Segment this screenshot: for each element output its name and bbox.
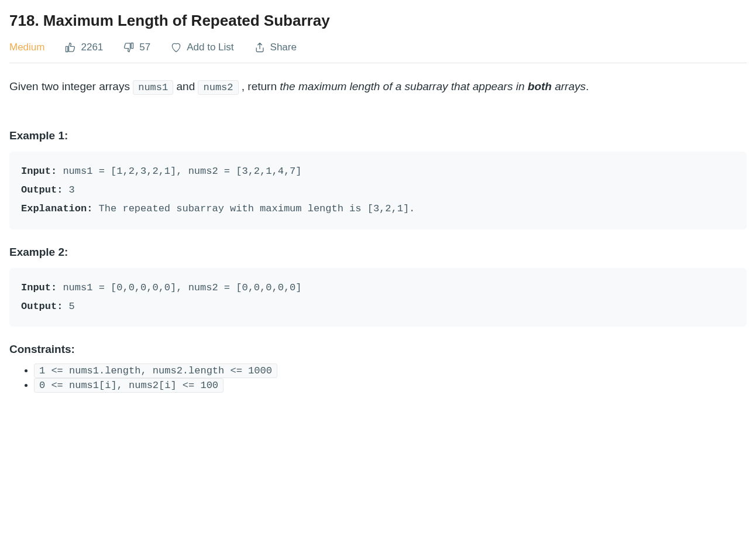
inline-code-nums2: nums2 xyxy=(198,80,238,95)
example1-block: Input: nums1 = [1,2,3,2,1], nums2 = [3,2… xyxy=(9,152,747,229)
share-button[interactable]: Share xyxy=(254,42,297,53)
example-input: nums1 = [0,0,0,0,0], nums2 = [0,0,0,0,0] xyxy=(57,282,301,293)
problem-description: Given two integer arrays nums1 and nums2… xyxy=(9,77,747,97)
example1-heading: Example 1: xyxy=(9,129,747,142)
example-label: Explanation: xyxy=(21,203,92,214)
example-label: Output: xyxy=(21,301,63,312)
list-item: 1 <= nums1.length, nums2.length <= 1000 xyxy=(34,365,747,376)
example-output: 3 xyxy=(63,184,74,195)
desc-text: . xyxy=(586,80,589,92)
share-icon xyxy=(254,42,266,53)
desc-italic: arrays xyxy=(552,80,586,92)
add-to-list-label: Add to List xyxy=(187,42,233,53)
thumbs-up-icon xyxy=(64,42,76,53)
example-label: Input: xyxy=(21,282,57,293)
desc-bold: both xyxy=(528,80,552,92)
desc-text: , return xyxy=(242,80,280,92)
thumbs-down-icon xyxy=(123,42,135,53)
constraint-code: 1 <= nums1.length, nums2.length <= 1000 xyxy=(34,363,277,378)
difficulty-badge: Medium xyxy=(9,42,44,53)
example-input: nums1 = [1,2,3,2,1], nums2 = [3,2,1,4,7] xyxy=(57,166,301,177)
example-label: Input: xyxy=(21,166,57,177)
like-count: 2261 xyxy=(81,42,103,53)
problem-title: 718. Maximum Length of Repeated Subarray xyxy=(9,12,747,30)
example-output: 5 xyxy=(63,301,74,312)
meta-row: Medium 2261 57 Add to List Share xyxy=(9,42,747,63)
heart-icon xyxy=(170,42,182,53)
dislike-count: 57 xyxy=(139,42,150,53)
desc-text: Given two integer arrays xyxy=(9,80,133,92)
add-to-list-button[interactable]: Add to List xyxy=(170,42,233,53)
dislike-button[interactable]: 57 xyxy=(123,42,150,53)
constraints-heading: Constraints: xyxy=(9,343,747,356)
like-button[interactable]: 2261 xyxy=(64,42,103,53)
desc-italic: the maximum length of a subarray that ap… xyxy=(280,80,528,92)
constraint-code: 0 <= nums1[i], nums2[i] <= 100 xyxy=(34,378,224,393)
example-explanation: The repeated subarray with maximum lengt… xyxy=(92,203,415,214)
example2-block: Input: nums1 = [0,0,0,0,0], nums2 = [0,0… xyxy=(9,268,747,327)
share-label: Share xyxy=(270,42,297,53)
inline-code-nums1: nums1 xyxy=(133,80,173,95)
desc-text: and xyxy=(177,80,198,92)
constraints-list: 1 <= nums1.length, nums2.length <= 1000 … xyxy=(9,365,747,391)
example2-heading: Example 2: xyxy=(9,246,747,259)
example-label: Output: xyxy=(21,184,63,195)
list-item: 0 <= nums1[i], nums2[i] <= 100 xyxy=(34,380,747,391)
